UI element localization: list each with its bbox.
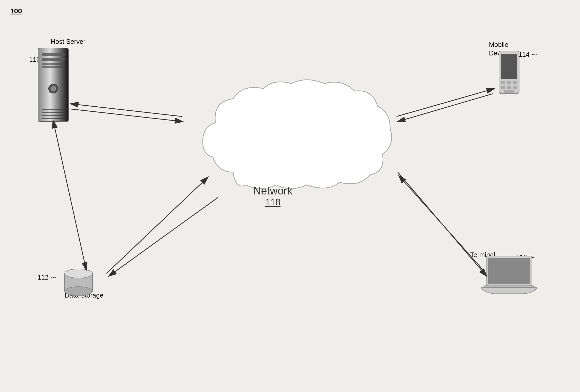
svg-rect-8: [42, 112, 65, 113]
svg-rect-23: [504, 90, 514, 93]
svg-rect-16: [501, 54, 517, 79]
svg-rect-28: [484, 286, 534, 288]
svg-rect-1: [42, 53, 65, 56]
network-to-terminal-arrow: [398, 172, 487, 276]
mobile-to-network-arrow: [398, 94, 493, 122]
mobile-device-icon: [496, 51, 522, 91]
svg-rect-9: [42, 115, 65, 116]
svg-rect-7: [42, 109, 65, 110]
host-server-label: Host Server: [51, 37, 85, 46]
terminal-icon: [481, 256, 532, 294]
svg-rect-20: [501, 86, 505, 89]
network-label: Network 118: [253, 185, 292, 208]
network-to-mobile-arrow: [397, 89, 494, 116]
figure-label: 100: [10, 7, 22, 15]
data-storage-ref: 112 〜: [38, 273, 56, 282]
network-to-server-arrow: [71, 104, 182, 116]
svg-rect-18: [507, 81, 511, 84]
data-storage-icon: [63, 268, 94, 294]
server-to-network-arrow: [70, 109, 182, 122]
host-server-icon: [35, 48, 71, 124]
svg-point-14: [65, 269, 92, 278]
svg-rect-19: [513, 81, 517, 84]
diagram-container: 100 Host Server 110 〜: [0, 0, 580, 392]
svg-rect-21: [507, 86, 511, 89]
svg-rect-10: [42, 118, 65, 119]
svg-point-13: [65, 287, 92, 296]
svg-rect-4: [42, 66, 65, 68]
svg-rect-22: [513, 86, 517, 89]
svg-rect-27: [488, 258, 530, 284]
svg-point-6: [51, 86, 56, 91]
server-datastorage-arrow: [54, 127, 86, 270]
svg-rect-3: [42, 63, 65, 65]
svg-rect-2: [42, 58, 65, 61]
svg-rect-17: [501, 81, 505, 84]
